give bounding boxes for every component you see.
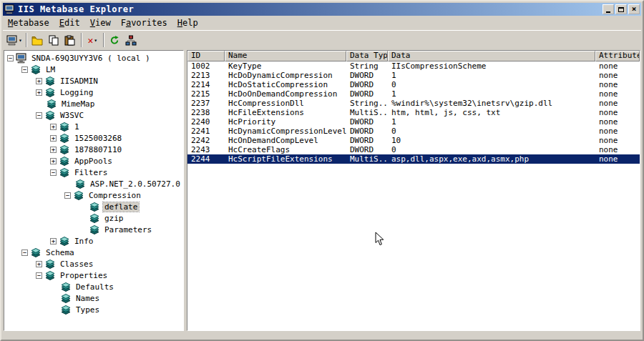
tree-item[interactable]: − Properties bbox=[4, 270, 183, 281]
menu-item-help[interactable]: Help bbox=[172, 17, 203, 29]
tree-item-label: gzip bbox=[103, 214, 125, 223]
table-cell: none bbox=[595, 154, 640, 164]
collapse-icon[interactable]: − bbox=[7, 55, 14, 61]
expand-icon[interactable]: + bbox=[36, 78, 42, 84]
menu-item-metabase[interactable]: Metabase bbox=[3, 17, 54, 29]
table-cell: none bbox=[595, 80, 640, 89]
table-row[interactable]: 2213HcDoDynamicCompressionDWORD1none bbox=[187, 71, 640, 80]
tree-item-label: Schema bbox=[44, 248, 76, 257]
tree-item[interactable]: + AppPools bbox=[4, 155, 183, 167]
chevron-down-icon: ▾ bbox=[19, 37, 22, 44]
expand-icon[interactable]: + bbox=[36, 261, 42, 267]
column-header-name[interactable]: Name bbox=[225, 51, 346, 61]
expand-icon[interactable]: + bbox=[50, 238, 57, 244]
table-cell: HcDoDynamicCompression bbox=[225, 71, 346, 80]
connect-button[interactable]: ▾ bbox=[5, 32, 24, 48]
expand-icon[interactable]: + bbox=[50, 147, 57, 153]
menu-item-edit[interactable]: Edit bbox=[54, 17, 85, 29]
collapse-icon[interactable]: − bbox=[64, 192, 71, 199]
tree-item[interactable]: + Info bbox=[4, 235, 183, 247]
tree-item-label: AppPools bbox=[73, 157, 114, 166]
refresh-icon bbox=[109, 35, 120, 46]
computer-icon bbox=[6, 35, 18, 46]
tree-item[interactable]: + Logging bbox=[4, 87, 183, 98]
tree-item[interactable]: ASP.NET_2.0.50727.0 bbox=[4, 178, 183, 189]
tree-item[interactable]: MimeMap bbox=[4, 98, 183, 109]
tree-item[interactable]: − Compression bbox=[4, 189, 183, 201]
tree-item[interactable]: + 1878807110 bbox=[4, 144, 183, 155]
collapse-icon[interactable]: − bbox=[21, 66, 28, 73]
table-row[interactable]: 2215HcDoOnDemandCompressionDWORD1none bbox=[187, 89, 640, 99]
tree-item[interactable]: gzip bbox=[4, 212, 183, 224]
table-row[interactable]: 2240HcPriorityDWORD1none bbox=[187, 117, 640, 127]
column-header-id[interactable]: ID bbox=[187, 51, 225, 61]
tree-item[interactable]: − Filters bbox=[4, 167, 183, 178]
collapse-icon[interactable]: − bbox=[36, 112, 42, 119]
window-title: IIS Metabase Explorer bbox=[18, 4, 602, 14]
table-cell: 1 bbox=[388, 117, 595, 127]
menu-bar: Metabase Edit View Favorites Help bbox=[3, 16, 641, 29]
key-icon bbox=[44, 76, 56, 87]
table-row[interactable]: 2214HcDoStaticCompressionDWORD0none bbox=[187, 80, 640, 89]
collapse-icon[interactable]: − bbox=[50, 169, 57, 176]
tree-item-label: Filters bbox=[73, 168, 109, 177]
tree-item[interactable]: + 1525003268 bbox=[4, 132, 183, 144]
tree-item-label: ASP.NET_2.0.50727.0 bbox=[89, 179, 182, 189]
key-icon bbox=[44, 87, 56, 98]
expand-icon[interactable]: + bbox=[50, 135, 57, 142]
tree-item[interactable]: Types bbox=[4, 304, 183, 315]
table-row[interactable]: 2237HcCompressionDllString...%windir%\sy… bbox=[187, 99, 640, 108]
table-row[interactable]: 2244HcScriptFileExtensionsMultiS...asp,d… bbox=[187, 154, 640, 164]
column-header-attributes[interactable]: Attributes bbox=[595, 51, 640, 61]
delete-button[interactable]: ✕ ▾ bbox=[84, 32, 101, 48]
expand-icon[interactable]: + bbox=[50, 124, 57, 130]
key-icon bbox=[30, 64, 42, 75]
tree-item[interactable]: + IISADMIN bbox=[4, 75, 183, 87]
menu-item-favorites[interactable]: Favorites bbox=[116, 17, 172, 29]
menu-label-accesskey: E bbox=[59, 18, 64, 28]
column-header-data-type[interactable]: Data Type bbox=[346, 51, 388, 61]
maximize-button[interactable] bbox=[615, 4, 627, 14]
expand-icon[interactable]: + bbox=[50, 158, 57, 164]
tree-item[interactable]: deflate bbox=[4, 201, 183, 212]
close-button[interactable]: × bbox=[628, 4, 640, 14]
tree-item[interactable]: Defaults bbox=[4, 281, 183, 292]
table-cell: 0 bbox=[388, 80, 595, 89]
table-row[interactable]: 1002KeyTypeStringIIsCompressionSchemenon… bbox=[187, 61, 640, 71]
expand-icon[interactable]: + bbox=[36, 89, 42, 96]
minimize-button[interactable] bbox=[602, 4, 614, 14]
main-content: − SNDA-69Q3UYY3V6 ( local )− LM+ IISADMI… bbox=[4, 50, 640, 331]
tree-item[interactable]: − W3SVC bbox=[4, 109, 183, 121]
table-row[interactable]: 2242HcOnDemandCompLevelDWORD10none bbox=[187, 136, 640, 145]
tree-item[interactable]: − Schema bbox=[4, 247, 183, 258]
hierarchy-button[interactable] bbox=[123, 32, 140, 48]
table-cell: DWORD bbox=[346, 117, 388, 127]
open-folder-button[interactable] bbox=[29, 32, 46, 48]
tree-item-label: Defaults bbox=[74, 282, 115, 292]
tree-item[interactable]: + 1 bbox=[4, 121, 183, 132]
tree-item[interactable]: − LM bbox=[4, 64, 183, 75]
collapse-icon[interactable]: − bbox=[21, 249, 28, 256]
table-row[interactable]: 2243HcCreateFlagsDWORD0none bbox=[187, 145, 640, 154]
table-cell: 2215 bbox=[187, 89, 225, 99]
table-cell: MultiS... bbox=[346, 108, 388, 117]
tree-item[interactable]: Parameters bbox=[4, 224, 183, 235]
menu-item-view[interactable]: View bbox=[85, 17, 116, 29]
tree-item[interactable]: Names bbox=[4, 292, 183, 304]
collapse-icon[interactable]: − bbox=[36, 272, 42, 279]
table-row[interactable]: 2241HcDynamicCompressionLevelDWORD0none bbox=[187, 127, 640, 136]
table-row[interactable]: 2238HcFileExtensionsMultiS...htm, html, … bbox=[187, 108, 640, 117]
tree-spacer bbox=[50, 295, 58, 302]
tree-item[interactable]: − SNDA-69Q3UYY3V6 ( local ) bbox=[4, 52, 183, 64]
copy-button[interactable] bbox=[46, 32, 62, 48]
paste-button[interactable] bbox=[62, 32, 79, 48]
table-cell: asp,dll,aspx,exe,axd,asmx,php bbox=[388, 154, 595, 164]
tree-item[interactable]: + Classes bbox=[4, 258, 183, 270]
column-header-data[interactable]: Data bbox=[388, 51, 595, 61]
key-icon bbox=[46, 99, 57, 109]
refresh-button[interactable] bbox=[107, 32, 123, 48]
table-cell: HcScriptFileExtensions bbox=[225, 154, 346, 164]
key-icon bbox=[59, 122, 70, 132]
list-view: IDNameData TypeDataAttributes 1002KeyTyp… bbox=[187, 50, 640, 331]
tree-spacer bbox=[79, 215, 87, 222]
